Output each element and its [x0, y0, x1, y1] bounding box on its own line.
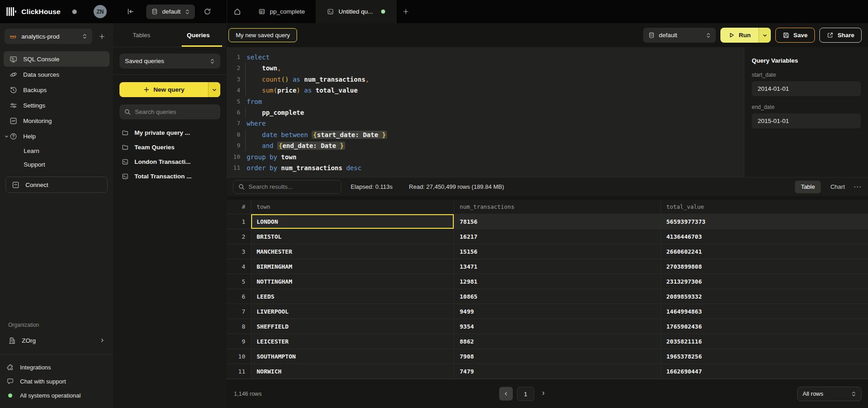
editor-tab-pp-complete[interactable]: pp_complete	[248, 0, 316, 23]
cell-num-transactions[interactable]: 7908	[454, 349, 661, 364]
table-row[interactable]: 3MANCHESTER151562660602241	[227, 244, 868, 259]
cell-num-transactions[interactable]: 7479	[454, 364, 661, 379]
connect-button[interactable]: Connect	[5, 177, 108, 193]
saved-query-item-total-transaction[interactable]: Total Transaction ...	[119, 169, 220, 183]
cell-num-transactions[interactable]: 8862	[454, 334, 661, 349]
run-options-button[interactable]	[759, 28, 771, 43]
table-row[interactable]: 4BIRMINGHAM134712703899808	[227, 259, 868, 274]
cell-total-value[interactable]: 1965378256	[661, 349, 868, 364]
cell-town[interactable]: BIRMINGHAM	[251, 259, 454, 274]
cell-total-value[interactable]: 2089859332	[661, 289, 868, 304]
code-line[interactable]: 5from	[227, 96, 744, 107]
cell-town[interactable]: LEEDS	[251, 289, 454, 304]
table-row[interactable]: 7LIVERPOOL94991464994863	[227, 304, 868, 319]
sidebar-footer-item-all-systems-operational[interactable]: All systems operational	[6, 388, 107, 403]
cell-total-value[interactable]: 1464994863	[661, 304, 868, 319]
sidebar-item-backups[interactable]: Backups	[4, 82, 109, 98]
column-header-total-value[interactable]: total_value	[661, 200, 868, 214]
cell-town[interactable]: LONDON	[251, 214, 454, 229]
table-row[interactable]: 5NOTTINGHAM129812313297306	[227, 274, 868, 289]
cell-num-transactions[interactable]: 78156	[454, 214, 661, 229]
code-line[interactable]: 9 and {end_date: Date }	[227, 140, 744, 151]
editor-tab-untitled-qu[interactable]: Untitled qu...	[316, 0, 397, 23]
current-page-number[interactable]: 1	[517, 387, 534, 401]
column-header-num-transactions[interactable]: num_transactions	[454, 200, 661, 214]
view-tab-chart[interactable]: Chart	[824, 181, 851, 193]
cell-town[interactable]: LIVERPOOL	[251, 304, 454, 319]
code-line[interactable]: 2 town,	[227, 63, 744, 74]
cell-num-transactions[interactable]: 9499	[454, 304, 661, 319]
cell-total-value[interactable]: 1765902436	[661, 319, 868, 334]
cell-total-value[interactable]: 56593977373	[661, 214, 868, 229]
cell-total-value[interactable]: 1662690447	[661, 364, 868, 379]
search-queries-box[interactable]	[119, 104, 220, 119]
new-query-button[interactable]: New query	[119, 82, 208, 97]
cell-town[interactable]: MANCHESTER	[251, 244, 454, 259]
sidebar-item-data-sources[interactable]: Data sources	[4, 67, 109, 82]
search-results-box[interactable]	[233, 180, 341, 194]
save-button[interactable]: Save	[775, 28, 815, 43]
previous-page-button[interactable]	[499, 387, 513, 401]
table-row[interactable]: 6LEEDS108652089859332	[227, 289, 868, 304]
cell-num-transactions[interactable]: 9354	[454, 319, 661, 334]
add-service-plus-icon[interactable]	[95, 33, 109, 40]
cell-num-transactions[interactable]: 15156	[454, 244, 661, 259]
sidebar-subitem-support[interactable]: Support	[24, 157, 113, 171]
cell-total-value[interactable]: 2703899808	[661, 259, 868, 274]
table-row[interactable]: 10SOUTHAMPTON79081965378256	[227, 349, 868, 364]
cell-total-value[interactable]: 2660602241	[661, 244, 868, 259]
home-button[interactable]	[227, 0, 248, 23]
cell-town[interactable]: LEICESTER	[251, 334, 454, 349]
cell-town[interactable]: SOUTHAMPTON	[251, 349, 454, 364]
more-options-icon[interactable]: ⋯	[853, 183, 862, 191]
code-line[interactable]: 11order by num_transactions desc	[227, 162, 744, 173]
saved-query-item-team-queries[interactable]: Team Queries	[119, 140, 220, 154]
cell-town[interactable]: SHEFFIELD	[251, 319, 454, 334]
tab-queries[interactable]: Queries	[170, 23, 227, 47]
cell-num-transactions[interactable]: 12981	[454, 274, 661, 289]
code-line[interactable]: 3 count() as num_transactions,	[227, 74, 744, 85]
sidebar-footer-item-integrations[interactable]: Integrations	[6, 360, 107, 374]
query-parameter[interactable]: {start_date: Date }	[312, 131, 387, 139]
column-header-town[interactable]: town	[251, 200, 454, 214]
query-name-pill[interactable]: My new saved query	[228, 28, 297, 42]
page-size-select[interactable]: All rows	[797, 387, 862, 401]
code-line[interactable]: 10group by town	[227, 152, 744, 162]
view-tab-table[interactable]: Table	[795, 181, 821, 193]
tab-tables[interactable]: Tables	[113, 23, 170, 47]
table-row[interactable]: 1LONDON7815656593977373	[227, 214, 868, 229]
table-row[interactable]: 11NORWICH74791662690447	[227, 364, 868, 379]
new-query-dropdown-button[interactable]	[208, 82, 220, 97]
refresh-icon[interactable]	[203, 8, 211, 15]
cell-total-value[interactable]: 4136446703	[661, 229, 868, 244]
code-line[interactable]: 4 sum(price) as total_value	[227, 85, 744, 96]
organization-row[interactable]: ZOrg	[5, 334, 108, 347]
saved-queries-select[interactable]: Saved queries	[119, 54, 220, 69]
new-tab-plus-icon[interactable]	[402, 8, 409, 15]
cell-town[interactable]: NORWICH	[251, 364, 454, 379]
code-line[interactable]: 7where	[227, 118, 744, 129]
search-results-input[interactable]	[248, 183, 336, 190]
column-header-index[interactable]: #	[227, 200, 251, 214]
sql-editor[interactable]: 1select2 town,3 count() as num_transacti…	[227, 47, 744, 177]
search-queries-input[interactable]	[135, 108, 216, 115]
saved-query-item-my-private-query[interactable]: My private query ...	[119, 125, 220, 140]
table-row[interactable]: 8SHEFFIELD93541765902436	[227, 319, 868, 334]
table-row[interactable]: 9LEICESTER88622035821116	[227, 334, 868, 349]
run-button[interactable]: Run	[720, 28, 759, 43]
share-button[interactable]: Share	[819, 28, 862, 43]
cell-total-value[interactable]: 2313297306	[661, 274, 868, 289]
table-row[interactable]: 2BRISTOL162174136446703	[227, 229, 868, 244]
sidebar-footer-item-chat-with-support[interactable]: Chat with support	[6, 374, 107, 388]
cell-num-transactions[interactable]: 16217	[454, 229, 661, 244]
next-page-button[interactable]	[538, 390, 548, 397]
cell-num-transactions[interactable]: 13471	[454, 259, 661, 274]
query-parameter[interactable]: {end_date: Date }	[277, 142, 345, 150]
avatar[interactable]: ZN	[94, 5, 107, 18]
cell-town[interactable]: BRISTOL	[251, 229, 454, 244]
workspace-select[interactable]: aws analytics-prod	[5, 29, 92, 44]
cell-num-transactions[interactable]: 10865	[454, 289, 661, 304]
code-line[interactable]: 1select	[227, 52, 744, 63]
cell-total-value[interactable]: 2035821116	[661, 334, 868, 349]
sidebar-item-help[interactable]: Help	[4, 128, 109, 144]
